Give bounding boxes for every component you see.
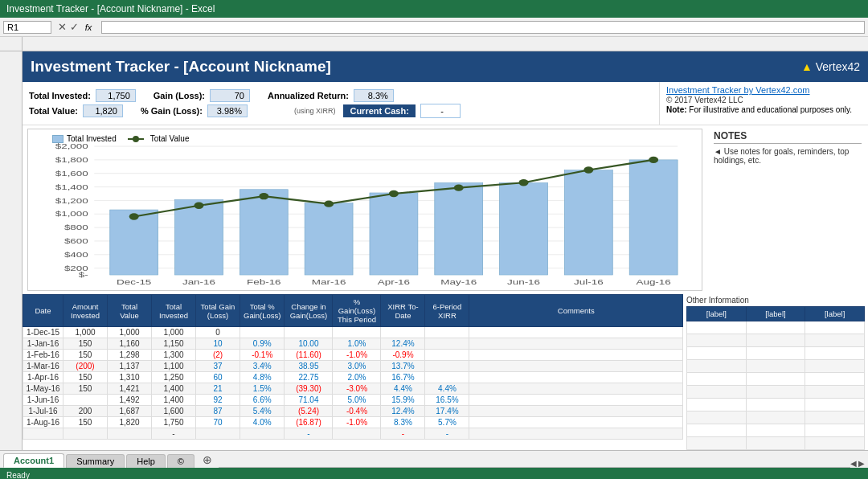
add-sheet-button[interactable]: ⊕ <box>196 452 219 468</box>
table-cell: (16.87) <box>285 417 333 428</box>
total-invested-value: 1,750 <box>96 89 136 102</box>
svg-point-30 <box>129 213 139 219</box>
sheet-body: Investment Tracker - [Account Nickname] … <box>0 51 868 450</box>
tab-container: Account1SummaryHelp© <box>3 453 196 468</box>
table-cell: 1,000 <box>108 327 152 338</box>
table-cell: 1,421 <box>108 383 152 395</box>
legend-line-icon <box>128 138 144 140</box>
svg-text:$600: $600 <box>64 236 89 245</box>
column-headers-row <box>0 37 868 51</box>
other-info-cell <box>805 386 865 399</box>
other-info-cell <box>687 386 747 399</box>
table-cell: 38.95 <box>285 361 333 372</box>
svg-text:$-: $- <box>79 270 88 279</box>
gain-loss-value: 70 <box>210 89 250 102</box>
other-info-cell <box>805 373 865 386</box>
other-info-cell <box>687 360 747 373</box>
other-info-row <box>687 321 865 334</box>
table-cell: 60 <box>196 372 240 383</box>
other-info-cell <box>805 399 865 411</box>
table-cell <box>469 327 683 338</box>
table-cell: 1,300 <box>152 350 196 361</box>
stats-row1: Total Invested: 1,750 Gain (Loss): 70 An… <box>29 89 653 102</box>
table-cell: 1,400 <box>152 383 196 395</box>
table-cell: 16.5% <box>425 395 469 406</box>
sheet-tab-©[interactable]: © <box>167 454 194 468</box>
current-cash-block: Current Cash: - <box>343 104 460 118</box>
scroll-left[interactable]: ◀ <box>850 459 857 468</box>
logo-area: ▲ Vertex42 <box>801 60 860 73</box>
sheet-tab-summary[interactable]: Summary <box>66 454 125 468</box>
table-cell: -1.0% <box>333 417 381 428</box>
table-cell: 4.4% <box>425 383 469 395</box>
col-header-comments: Comments <box>469 295 683 327</box>
table-cell: 71.04 <box>285 395 333 406</box>
scroll-controls: ◀ ▶ <box>850 459 865 468</box>
table-cell: 1,310 <box>108 372 152 383</box>
table-cell: 70 <box>196 417 240 428</box>
table-cell: 17.4% <box>425 406 469 417</box>
table-cell <box>108 428 152 440</box>
table-cell <box>285 327 333 338</box>
svg-text:Jun-16: Jun-16 <box>507 277 540 286</box>
table-cell: (200) <box>63 361 108 372</box>
other-info-cell <box>687 411 747 424</box>
svg-text:May-16: May-16 <box>440 277 477 286</box>
table-cell: 1-Jul-16 <box>23 406 63 417</box>
spreadsheet-header: Investment Tracker - [Account Nickname] … <box>23 51 868 82</box>
other-info-cell <box>805 437 865 450</box>
name-box[interactable] <box>3 21 51 34</box>
status-bar: Ready <box>0 468 868 479</box>
other-table-body <box>687 321 865 450</box>
current-cash-label: Current Cash: <box>343 104 415 117</box>
table-cell: 4.0% <box>240 417 285 428</box>
svg-text:Apr-16: Apr-16 <box>378 277 410 286</box>
table-cell: 0 <box>196 327 240 338</box>
table-cell: (2) <box>196 350 240 361</box>
svg-rect-26 <box>435 182 483 275</box>
svg-text:$800: $800 <box>64 223 89 231</box>
table-cell: 150 <box>63 417 108 428</box>
svg-text:$1,200: $1,200 <box>55 196 89 205</box>
legend-value: Total Value <box>128 134 190 143</box>
sheet-tab-account1[interactable]: Account1 <box>3 453 64 468</box>
sheet-tab-help[interactable]: Help <box>126 454 166 468</box>
table-cell: 1-May-16 <box>23 383 63 395</box>
svg-rect-29 <box>629 160 678 275</box>
status-text: Ready <box>6 471 30 480</box>
other-info-cell <box>687 399 747 411</box>
annualized-value: 8.3% <box>354 89 394 102</box>
fx-label: fx <box>85 23 92 32</box>
other-info-row <box>687 360 865 373</box>
other-info-cell <box>746 360 805 373</box>
table-cell: 1,150 <box>152 338 196 350</box>
table-cell: 150 <box>63 350 108 361</box>
annualized-label: Annualized Return: <box>268 91 349 100</box>
scroll-right[interactable]: ▶ <box>858 459 865 468</box>
stats-row2: Total Value: 1,820 % Gain (Loss): 3.98% … <box>29 104 653 118</box>
table-body: 1-Dec-151,0001,0001,00001-Jan-161501,160… <box>23 327 683 440</box>
table-cell <box>469 395 683 406</box>
table-cell <box>333 428 381 440</box>
table-cell: -0.9% <box>381 350 425 361</box>
table-cell <box>469 428 683 440</box>
title-text: Investment Tracker - [Account Nickname] … <box>6 3 215 14</box>
table-cell <box>469 361 683 372</box>
table-cell: (11.60) <box>285 350 333 361</box>
logo-text: Vertex42 <box>816 60 860 73</box>
other-info-cell <box>805 424 865 437</box>
formula-input[interactable] <box>101 21 865 34</box>
formula-icons: ✕ ✓ <box>58 21 79 33</box>
table-header-row: Date AmountInvested Total Value TotalInv… <box>23 295 683 327</box>
table-cell: 12.4% <box>381 338 425 350</box>
table-cell: 8.3% <box>381 417 425 428</box>
svg-point-34 <box>389 190 399 197</box>
table-cell <box>469 406 683 417</box>
table-cell <box>425 350 469 361</box>
svg-text:$400: $400 <box>64 250 89 259</box>
table-cell <box>333 327 381 338</box>
stats-section: Total Invested: 1,750 Gain (Loss): 70 An… <box>23 82 868 125</box>
other-info-label: Other Information <box>686 294 865 306</box>
table-cell: 1,250 <box>152 372 196 383</box>
vertex-link[interactable]: Investment Tracker by Vertex42.com <box>666 85 862 95</box>
